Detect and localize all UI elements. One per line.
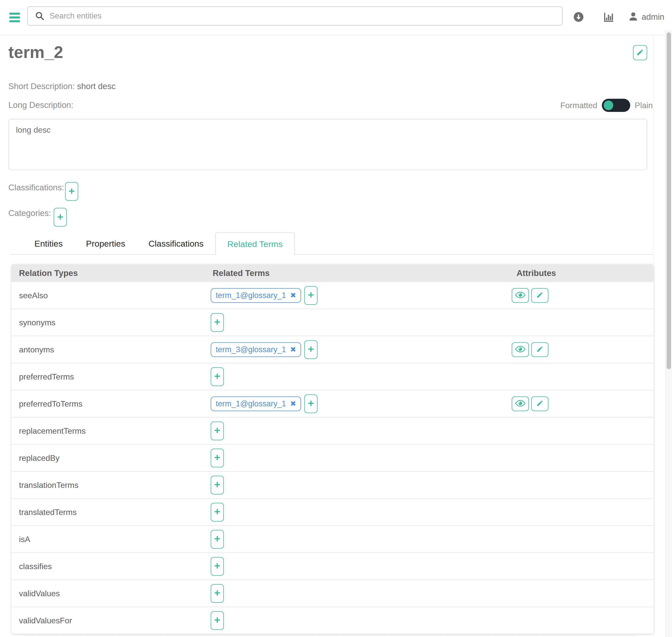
relation-type-label: translatedTerms (19, 507, 77, 517)
search-box (28, 6, 563, 25)
attributes-cell (512, 288, 548, 303)
tab-entities[interactable]: Entities (23, 232, 74, 255)
add-related-term-button[interactable] (211, 449, 224, 467)
related-term-chip[interactable]: term_1@glossary_1✖ (211, 397, 301, 411)
relation-type-label: validValues (19, 589, 60, 598)
edit-term-button[interactable] (633, 45, 647, 60)
table-row: translatedTerms (12, 499, 654, 526)
short-description-value: short desc (77, 81, 115, 91)
pencil-icon (536, 400, 543, 407)
related-terms-cell (211, 557, 224, 576)
related-term-label: term_1@glossary_1 (216, 399, 286, 408)
related-terms-cell (211, 313, 224, 332)
eye-icon (515, 400, 525, 407)
menu-icon[interactable] (10, 13, 20, 22)
plus-icon (214, 427, 221, 435)
remove-term-icon[interactable]: ✖ (290, 346, 296, 353)
search-icon (35, 11, 44, 21)
admin-username: admin (642, 12, 665, 22)
plus-icon (214, 373, 221, 381)
vertical-scrollbar[interactable] (666, 30, 672, 637)
relation-type-label: synonyms (19, 318, 55, 327)
add-related-term-button[interactable] (304, 395, 317, 413)
long-description-label: Long Description: (8, 100, 73, 110)
related-term-chip[interactable]: term_3@glossary_1✖ (211, 342, 301, 357)
related-terms-cell (211, 449, 224, 467)
relation-type-label: translationTerms (19, 480, 78, 490)
scrollbar-thumb[interactable] (667, 32, 671, 369)
edit-attributes-button[interactable] (531, 288, 548, 303)
related-terms-cell (211, 611, 224, 630)
header-attributes: Attributes (516, 268, 556, 278)
table-row: replacedBy (12, 444, 654, 472)
add-related-term-button[interactable] (211, 476, 224, 494)
table-row: preferredToTermsterm_1@glossary_1✖ (12, 390, 654, 418)
tab-classifications[interactable]: Classifications (137, 232, 215, 255)
add-related-term-button[interactable] (211, 313, 224, 332)
plus-icon (68, 188, 75, 196)
header-relation-types: Relation Types (19, 268, 78, 278)
add-related-term-button[interactable] (211, 421, 224, 440)
tab-related-terms[interactable]: Related Terms (215, 232, 295, 255)
relations-table: Relation Types Related Terms Attributes … (12, 264, 654, 634)
plain-label: Plain (635, 101, 653, 110)
plus-icon (214, 589, 221, 597)
related-terms-cell (211, 503, 224, 522)
add-related-term-button[interactable] (211, 584, 224, 603)
user-menu[interactable]: admin (628, 11, 665, 23)
table-row: replacementTerms (12, 418, 654, 444)
add-related-term-button[interactable] (211, 503, 224, 522)
edit-attributes-button[interactable] (531, 397, 548, 411)
tab-bar: EntitiesPropertiesClassificationsRelated… (23, 232, 295, 255)
relation-type-label: antonyms (19, 345, 54, 354)
search-input[interactable] (49, 11, 562, 21)
add-related-term-button[interactable] (211, 611, 224, 630)
remove-term-icon[interactable]: ✖ (290, 400, 296, 407)
long-description-textarea[interactable]: long desc (8, 119, 647, 170)
related-terms-cell: term_1@glossary_1✖ (211, 286, 317, 305)
categories-label: Categories: (8, 208, 51, 218)
glossary-term-page: admin term_2 Short Description: short de… (0, 0, 672, 637)
tab-divider (10, 254, 653, 255)
short-description: Short Description: short desc (8, 81, 116, 91)
view-attributes-button[interactable] (512, 288, 529, 303)
add-related-term-button[interactable] (304, 340, 317, 359)
add-related-term-button[interactable] (211, 557, 224, 576)
add-related-term-button[interactable] (211, 530, 224, 549)
pencil-icon (536, 291, 543, 299)
relation-type-label: replacementTerms (19, 426, 86, 435)
bottom-divider (23, 635, 636, 636)
relations-table-body: seeAlsoterm_1@glossary_1✖synonymsantonym… (12, 282, 654, 634)
tab-properties[interactable]: Properties (74, 232, 137, 255)
related-terms-cell (211, 476, 224, 494)
related-term-chip[interactable]: term_1@glossary_1✖ (211, 288, 301, 303)
related-terms-cell (211, 584, 224, 603)
related-terms-cell: term_1@glossary_1✖ (211, 395, 317, 413)
remove-term-icon[interactable]: ✖ (290, 292, 296, 299)
download-icon[interactable] (573, 11, 584, 23)
plus-icon (307, 346, 314, 353)
toggle-knob (604, 101, 613, 110)
add-related-term-button[interactable] (211, 367, 224, 386)
plus-icon (214, 454, 221, 462)
view-attributes-button[interactable] (512, 397, 529, 411)
add-related-term-button[interactable] (304, 286, 317, 305)
related-term-label: term_3@glossary_1 (216, 345, 286, 354)
add-classification-button[interactable] (65, 182, 78, 201)
top-navigation-bar: admin (0, 0, 672, 35)
formatted-plain-toggle[interactable] (602, 99, 630, 112)
edit-attributes-button[interactable] (531, 342, 548, 357)
relation-type-label: preferredTerms (19, 372, 74, 381)
pencil-icon (536, 346, 543, 353)
plus-icon (307, 400, 314, 407)
view-attributes-button[interactable] (512, 342, 529, 357)
eye-icon (515, 346, 525, 353)
bar-chart-icon[interactable] (603, 11, 615, 23)
add-category-button[interactable] (54, 208, 67, 226)
attributes-cell (512, 397, 548, 411)
classifications-label: Classifications: (8, 183, 64, 193)
plus-icon (214, 535, 221, 543)
relation-type-label: replacedBy (19, 453, 59, 462)
relation-type-label: preferredToTerms (19, 399, 83, 408)
table-row: isA (12, 526, 654, 553)
